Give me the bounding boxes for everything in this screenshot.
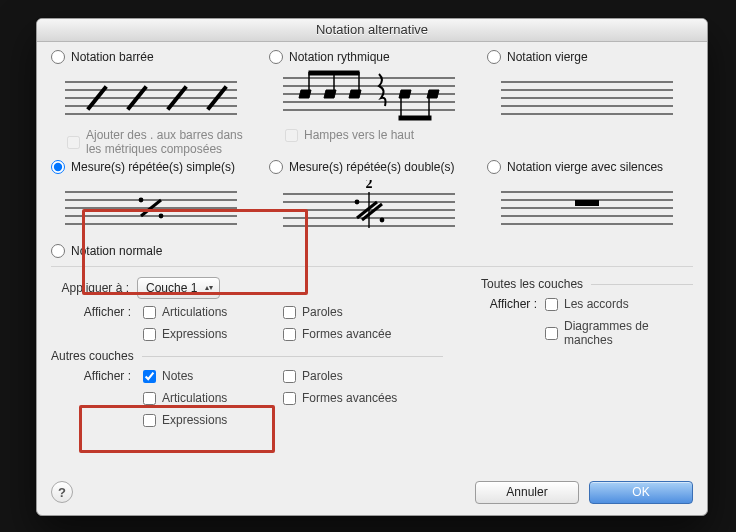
apply-check-grid: Articulations Paroles Expressions Formes… [143, 305, 443, 341]
radio-rhythm[interactable]: Notation rythmique [269, 50, 469, 64]
radio-normal[interactable]: Notation normale [51, 244, 693, 258]
preview-slash [51, 68, 251, 124]
svg-rect-20 [309, 71, 359, 75]
check-articulations-2[interactable]: Articulations [143, 391, 283, 405]
apply-show-row: Afficher : Articulations Paroles Express… [51, 305, 443, 341]
all-show-row: Afficher : Les accords Diagrammes de man… [481, 297, 693, 347]
other-show-row: Afficher : Notes Paroles Articulations F… [51, 369, 443, 427]
apply-column: Appliquer à : Couche 1 ▴▾ Afficher : Art… [51, 277, 443, 433]
all-layers-title: Toutes les couches [481, 277, 693, 291]
check-paroles-2[interactable]: Paroles [283, 369, 443, 383]
radio-repeat-double-label: Mesure(s) répétée(s) double(s) [289, 160, 454, 174]
option-blank: Notation vierge [487, 50, 687, 124]
separator [51, 266, 693, 267]
option-repeat-single: Mesure(s) répétée(s) simple(s) [51, 160, 251, 234]
other-check-grid: Notes Paroles Articulations Formes avanc… [143, 369, 443, 427]
radio-slash[interactable]: Notation barrée [51, 50, 251, 64]
preview-rhythm [269, 68, 469, 124]
preview-blank-rests [487, 178, 687, 234]
other-layers-title: Autres couches [51, 349, 443, 363]
dialog-content: Notation barrée [37, 42, 707, 516]
preview-repeat-double: 2 [269, 178, 469, 234]
staff-blank-icon [497, 74, 677, 118]
radio-rhythm-label: Notation rythmique [289, 50, 390, 64]
layer-select[interactable]: Couche 1 ▴▾ [137, 277, 220, 299]
staff-slash-icon [61, 74, 241, 118]
other-show-label: Afficher : [51, 369, 135, 383]
check-stems-up-label: Hampes vers le haut [304, 128, 414, 142]
svg-marker-18 [349, 90, 361, 98]
svg-rect-25 [399, 116, 431, 120]
dialog-footer: ? Annuler OK [37, 478, 707, 506]
svg-rect-54 [575, 200, 599, 206]
check-stems-up[interactable]: Hampes vers le haut [269, 128, 469, 142]
radio-blank-rests[interactable]: Notation vierge avec silences [487, 160, 687, 174]
notation-options-row-2: Mesure(s) répétée(s) simple(s) [51, 160, 693, 234]
svg-marker-14 [299, 90, 311, 98]
option-blank-rests: Notation vierge avec silences [487, 160, 687, 234]
radio-rhythm-input[interactable] [269, 50, 283, 64]
check-expressions-2[interactable]: Expressions [143, 413, 283, 427]
check-paroles[interactable]: Paroles [283, 305, 443, 319]
svg-point-48 [380, 218, 385, 223]
apply-label: Appliquer à : [51, 281, 129, 295]
all-show-label: Afficher : [481, 297, 537, 311]
radio-blank-input[interactable] [487, 50, 501, 64]
updown-icon: ▴▾ [203, 285, 215, 291]
svg-point-37 [139, 198, 144, 203]
ok-button[interactable]: OK [589, 481, 693, 504]
preview-blank [487, 68, 687, 124]
all-layers-column: Toutes les couches Afficher : Les accord… [481, 277, 693, 433]
radio-normal-label: Notation normale [71, 244, 162, 258]
layer-select-value: Couche 1 [146, 281, 197, 295]
radio-slash-input[interactable] [51, 50, 65, 64]
svg-marker-16 [324, 90, 336, 98]
check-notes[interactable]: Notes [143, 369, 283, 383]
apply-show-label: Afficher : [51, 305, 135, 319]
all-check-list: Les accords Diagrammes de manches [545, 297, 693, 347]
check-expressions[interactable]: Expressions [143, 327, 283, 341]
radio-repeat-double-input[interactable] [269, 160, 283, 174]
check-slash-dots[interactable]: Ajouter des . aux barres dans les métriq… [51, 128, 251, 156]
radio-repeat-double[interactable]: Mesure(s) répétée(s) double(s) [269, 160, 469, 174]
svg-point-38 [159, 214, 164, 219]
help-button[interactable]: ? [51, 481, 73, 503]
radio-repeat-single-label: Mesure(s) répétée(s) simple(s) [71, 160, 235, 174]
svg-point-47 [355, 200, 360, 205]
check-slash-dots-label: Ajouter des . aux barres dans les métriq… [86, 128, 251, 156]
radio-slash-label: Notation barrée [71, 50, 154, 64]
radio-blank-rests-label: Notation vierge avec silences [507, 160, 663, 174]
radio-blank-rests-input[interactable] [487, 160, 501, 174]
radio-repeat-single[interactable]: Mesure(s) répétée(s) simple(s) [51, 160, 251, 174]
window-title: Notation alternative [37, 19, 707, 42]
dialog-window: Notation alternative Notation barrée [36, 18, 708, 516]
radio-normal-input[interactable] [51, 244, 65, 258]
staff-rhythm-icon [279, 68, 459, 124]
check-slash-dots-input[interactable] [67, 136, 80, 149]
option-repeat-double: Mesure(s) répétée(s) double(s) 2 [269, 160, 469, 234]
apply-row: Appliquer à : Couche 1 ▴▾ [51, 277, 443, 299]
radio-blank[interactable]: Notation vierge [487, 50, 687, 64]
staff-repeat1-icon [61, 184, 241, 228]
check-formes-2[interactable]: Formes avancées [283, 391, 443, 405]
check-articulations[interactable]: Articulations [143, 305, 283, 319]
radio-blank-label: Notation vierge [507, 50, 588, 64]
check-stems-up-input[interactable] [285, 129, 298, 142]
radio-repeat-single-input[interactable] [51, 160, 65, 174]
option-slash: Notation barrée [51, 50, 251, 156]
cancel-button[interactable]: Annuler [475, 481, 579, 504]
notation-options-row-1: Notation barrée [51, 50, 693, 156]
staff-repeat2-icon: 2 [279, 180, 459, 232]
repeat-double-badge: 2 [366, 180, 373, 191]
check-chords[interactable]: Les accords [545, 297, 693, 311]
lower-columns: Appliquer à : Couche 1 ▴▾ Afficher : Art… [51, 277, 693, 433]
check-frets[interactable]: Diagrammes de manches [545, 319, 693, 347]
preview-repeat-single [51, 178, 251, 234]
option-normal-row: Notation normale [51, 244, 693, 258]
check-formes[interactable]: Formes avancée [283, 327, 443, 341]
staff-blank-rests-icon [497, 184, 677, 228]
option-rhythm: Notation rythmique [269, 50, 469, 142]
